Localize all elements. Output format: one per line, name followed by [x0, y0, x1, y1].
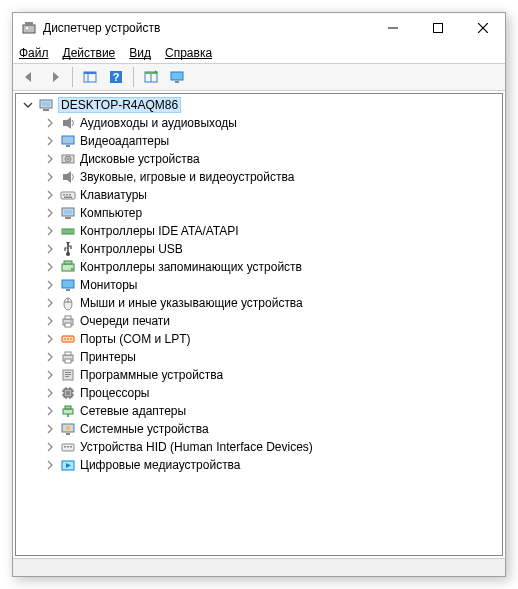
expander-closed-icon[interactable] [44, 225, 56, 237]
tree-node[interactable]: Компьютер [16, 204, 502, 222]
expander-closed-icon[interactable] [44, 153, 56, 165]
back-button[interactable] [17, 65, 41, 89]
svg-rect-22 [66, 145, 70, 147]
forward-button[interactable] [43, 65, 67, 89]
tree-node[interactable]: Дисковые устройства [16, 150, 502, 168]
svg-rect-76 [63, 409, 73, 414]
svg-rect-4 [433, 24, 442, 33]
expander-closed-icon[interactable] [44, 351, 56, 363]
expander-closed-icon[interactable] [44, 279, 56, 291]
tree-node[interactable]: Контроллеры IDE ATA/ATAPI [16, 222, 502, 240]
tree-node[interactable]: Клавиатуры [16, 186, 502, 204]
software-icon [60, 367, 76, 383]
expander-closed-icon[interactable] [44, 243, 56, 255]
svg-rect-64 [65, 374, 71, 375]
svg-rect-85 [70, 446, 72, 448]
svg-rect-52 [65, 316, 71, 319]
network-icon [60, 403, 76, 419]
svg-rect-16 [175, 81, 179, 83]
expander-closed-icon[interactable] [44, 369, 56, 381]
tree-node[interactable]: Контроллеры запоминающих устройств [16, 258, 502, 276]
expander-closed-icon[interactable] [44, 297, 56, 309]
tree-root-node[interactable]: DESKTOP-R4AQM86 [16, 96, 502, 114]
scan-hardware-button[interactable] [139, 65, 163, 89]
expander-closed-icon[interactable] [44, 315, 56, 327]
window-title: Диспетчер устройств [43, 21, 370, 35]
usb-icon [60, 241, 76, 257]
audio-icon [60, 115, 76, 131]
tree-node[interactable]: Устройства HID (Human Interface Devices) [16, 438, 502, 456]
menu-help[interactable]: Справка [165, 46, 212, 60]
tree-node-label: Процессоры [80, 386, 150, 400]
maximize-button[interactable] [415, 13, 460, 43]
expander-closed-icon[interactable] [44, 117, 56, 129]
expander-closed-icon[interactable] [44, 135, 56, 147]
svg-rect-53 [65, 323, 71, 327]
tree-node[interactable]: Порты (COM и LPT) [16, 330, 502, 348]
svg-point-54 [70, 320, 72, 322]
tree-node-label: Контроллеры запоминающих устройств [80, 260, 302, 274]
tree-node[interactable]: Процессоры [16, 384, 502, 402]
menubar: Файл Действие Вид Справка [13, 43, 505, 63]
tree-node[interactable]: Очереди печати [16, 312, 502, 330]
expander-closed-icon[interactable] [44, 459, 56, 471]
svg-rect-2 [26, 27, 28, 29]
tree-node-label: Системные устройства [80, 422, 209, 436]
expander-closed-icon[interactable] [44, 171, 56, 183]
tree-node[interactable]: Аудиовходы и аудиовыходы [16, 114, 502, 132]
expander-closed-icon[interactable] [44, 333, 56, 345]
svg-point-42 [66, 252, 70, 256]
menu-file[interactable]: Файл [19, 46, 49, 60]
display-icon [60, 133, 76, 149]
tree-root-label: DESKTOP-R4AQM86 [58, 97, 181, 113]
tree-node-label: Программные устройства [80, 368, 223, 382]
tree-node[interactable]: Системные устройства [16, 420, 502, 438]
tree-node-label: Мониторы [80, 278, 137, 292]
expander-closed-icon[interactable] [44, 189, 56, 201]
svg-rect-27 [63, 174, 67, 180]
tree-node[interactable]: Программные устройства [16, 366, 502, 384]
svg-rect-1 [25, 22, 33, 25]
svg-rect-35 [65, 217, 71, 219]
tree-node[interactable]: Видеоадаптеры [16, 132, 502, 150]
expander-open-icon[interactable] [22, 99, 34, 111]
close-button[interactable] [460, 13, 505, 43]
menu-action[interactable]: Действие [63, 46, 116, 60]
svg-rect-15 [171, 72, 183, 80]
menu-view[interactable]: Вид [129, 46, 151, 60]
svg-rect-83 [64, 446, 66, 448]
statusbar [13, 558, 505, 576]
svg-rect-61 [65, 359, 71, 363]
expander-closed-icon[interactable] [44, 207, 56, 219]
svg-rect-46 [62, 280, 74, 288]
tree-node[interactable]: Цифровые медиаустройства [16, 456, 502, 474]
monitor-icon [60, 277, 76, 293]
tree-node-label: Видеоадаптеры [80, 134, 169, 148]
show-hide-tree-button[interactable] [78, 65, 102, 89]
printer-icon [60, 349, 76, 365]
tree-node[interactable]: Сетевые адаптеры [16, 402, 502, 420]
tree-node-label: Контроллеры USB [80, 242, 183, 256]
svg-point-58 [70, 338, 72, 340]
tree-node[interactable]: Контроллеры USB [16, 240, 502, 258]
keyboard-icon [60, 187, 76, 203]
tree-node[interactable]: Звуковые, игровые и видеоустройства [16, 168, 502, 186]
svg-point-45 [71, 268, 73, 270]
svg-point-57 [67, 338, 69, 340]
tree-node[interactable]: Принтеры [16, 348, 502, 366]
expander-closed-icon[interactable] [44, 441, 56, 453]
expander-closed-icon[interactable] [44, 423, 56, 435]
svg-rect-65 [65, 376, 69, 377]
minimize-button[interactable] [370, 13, 415, 43]
device-tree[interactable]: DESKTOP-R4AQM86 Аудиовходы и аудиовыходы… [15, 93, 503, 556]
expander-closed-icon[interactable] [44, 261, 56, 273]
svg-rect-29 [63, 194, 65, 196]
help-button[interactable]: ? [104, 65, 128, 89]
monitor-button[interactable] [165, 65, 189, 89]
expander-closed-icon[interactable] [44, 387, 56, 399]
tree-node[interactable]: Мониторы [16, 276, 502, 294]
svg-rect-9 [84, 72, 96, 74]
tree-node[interactable]: Мыши и иные указывающие устройства [16, 294, 502, 312]
svg-rect-44 [64, 261, 72, 264]
expander-closed-icon[interactable] [44, 405, 56, 417]
